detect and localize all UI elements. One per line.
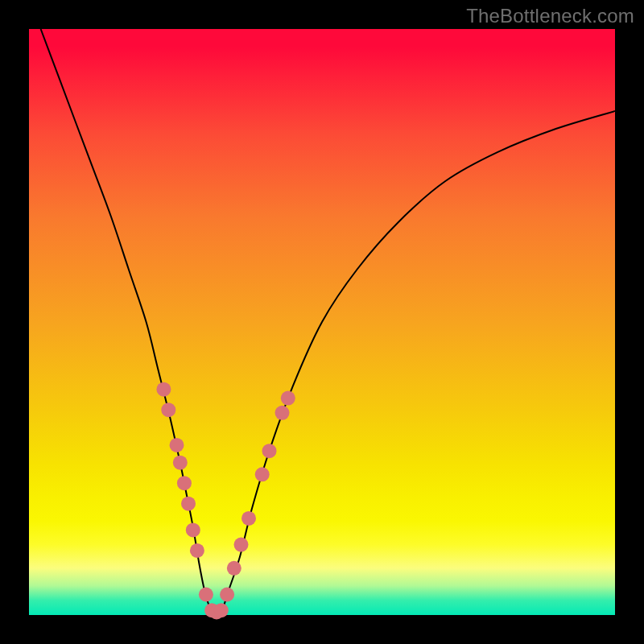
plot-area	[29, 29, 615, 615]
marker-dot	[275, 406, 290, 420]
marker-dot	[173, 456, 188, 470]
marker-dot	[170, 438, 184, 452]
marker-dot	[177, 476, 192, 490]
chart-svg	[29, 29, 615, 615]
marker-dot	[262, 444, 277, 458]
marker-dot	[181, 497, 196, 511]
marker-dot	[242, 511, 256, 526]
marker-dot	[234, 538, 249, 552]
marker-dot	[220, 588, 234, 602]
watermark-text: TheBottleneck.com	[466, 5, 634, 27]
marker-dot	[190, 543, 204, 558]
chart-frame: TheBottleneck.com	[0, 0, 644, 644]
marker-dot	[281, 391, 295, 406]
marker-dot	[156, 382, 171, 397]
marker-dot	[255, 467, 270, 481]
marker-dot	[199, 588, 213, 602]
marker-dot	[227, 561, 242, 576]
bottleneck-curve	[41, 29, 615, 615]
curve-markers	[156, 382, 295, 620]
marker-dot	[186, 522, 200, 537]
marker-dot	[214, 603, 229, 617]
marker-dot	[161, 402, 175, 417]
